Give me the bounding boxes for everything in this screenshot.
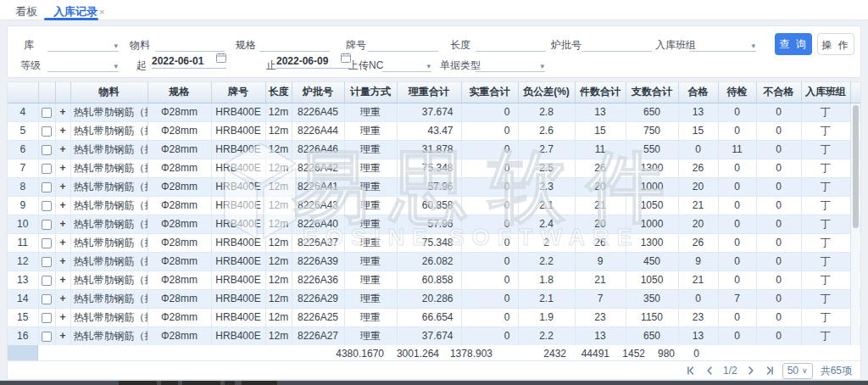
expand-row-icon[interactable]: + [59,311,65,323]
table-row[interactable]: 11+热轧带肋钢筋（抗震）Φ28mmHRB400E12m8226A37理重75.… [8,233,860,252]
row-checkbox[interactable] [42,164,52,174]
expand-row-icon[interactable]: + [59,162,65,174]
cell-batch: 8226A27 [292,326,344,345]
col-unqualified: 不合格 [756,82,801,103]
upload-nc-label: 上传NC [348,59,383,73]
expand-row-icon[interactable]: + [59,237,65,248]
next-page-icon[interactable] [745,365,756,376]
close-tab-icon[interactable]: × [99,7,104,17]
expand-row-icon[interactable]: + [59,274,65,286]
row-checkbox[interactable] [42,238,52,248]
tab-kanban[interactable]: 看板 [15,4,37,20]
cell-method: 理重 [344,177,397,196]
expand-row-icon[interactable]: + [59,218,65,230]
expand-row-icon[interactable]: + [59,143,65,155]
doc-type-select[interactable]: ▾ [476,55,545,72]
inbound-records-grid: 物料 规格 牌号 长度 炉批号 计量方式 理重合计 实重合计 负公差(%) 件数… [7,81,861,380]
cell-bars: 650 [626,326,678,345]
cell-cb [38,252,55,271]
inbound-team-select[interactable]: ▾ [690,35,756,52]
vertical-scrollbar[interactable] [850,103,860,345]
length-input[interactable] [476,35,546,52]
grade-select[interactable]: ▾ [47,55,119,72]
row-checkbox[interactable] [42,108,52,118]
table-row[interactable]: 5+热轧带肋钢筋（抗震）Φ28mmHRB400E12m8226A44理重43.4… [8,121,860,140]
upload-nc-select[interactable]: ▾ [382,55,431,72]
cell-material: 热轧带肋钢筋（抗震） [70,140,147,159]
batch-no-input[interactable] [581,35,652,52]
col-actual-weight: 实重合计 [461,82,518,103]
table-row[interactable]: 7+热轧带肋钢筋（抗震）Φ28mmHRB400E12m8226A42理重75.3… [8,159,860,177]
row-checkbox[interactable] [42,276,52,286]
cell-tol: 2 [518,233,575,252]
expand-row-icon[interactable]: + [59,293,65,304]
material-input[interactable] [155,35,225,52]
first-page-icon[interactable] [686,365,697,376]
row-checkbox[interactable] [42,294,52,304]
total-items-label: 共65项 [821,364,852,378]
expand-row-icon[interactable]: + [59,330,65,342]
table-row[interactable]: 10+热轧带肋钢筋（抗震）Φ28mmHRB400E12m8226A40理重57.… [8,215,860,233]
row-checkbox[interactable] [42,145,52,155]
row-checkbox[interactable] [42,182,52,192]
last-page-icon[interactable] [764,365,775,376]
table-row[interactable]: 14+热轧带肋钢筋（抗震）Φ28mmHRB400E12m8226A29理重20.… [8,289,860,308]
cell-pending: 7 [718,289,756,308]
brand-input[interactable] [368,35,438,52]
date-to-input[interactable]: 2022-06-09 [276,52,351,69]
action-button[interactable]: 操 作 [817,33,854,55]
cell-len: 12m [265,103,292,121]
table-row[interactable]: 16+热轧带肋钢筋（抗震）Φ28mmHRB400E12m8226A27理重37.… [8,326,860,345]
row-checkbox[interactable] [42,126,52,137]
cell-team: 丁 [801,289,850,308]
table-row[interactable]: 8+热轧带肋钢筋（抗震）Φ28mmHRB400E12m8226A41理重57.9… [8,177,860,196]
calendar-icon[interactable] [216,53,226,65]
cell-material: 热轧带肋钢筋（抗震） [70,177,147,196]
cell-tol: 2.8 [518,103,575,121]
cell-method: 理重 [344,103,397,121]
cell-bars: 1000 [626,215,678,233]
table-row[interactable]: 4+热轧带肋钢筋（抗震）Φ28mmHRB400E12m8226A45理重37.6… [8,103,860,121]
row-checkbox[interactable] [42,257,52,267]
cell-team: 丁 [801,233,850,252]
table-row[interactable]: 6+热轧带肋钢筋（抗震）Φ28mmHRB400E12m8226A46理重31.8… [8,140,860,159]
spec-input[interactable] [259,35,330,52]
expand-row-icon[interactable]: + [59,199,65,211]
scrollbar-thumb[interactable] [853,105,859,228]
table-row[interactable]: 9+热轧带肋钢筋（抗震）Φ28mmHRB400E12m8226A43理重60.8… [8,196,860,215]
prev-page-icon[interactable] [704,365,715,376]
cell-theo: 31.878 [397,140,461,159]
cell-method: 理重 [344,159,397,177]
expand-row-icon[interactable]: + [59,106,65,118]
warehouse-select[interactable]: ▾ [47,35,119,52]
col-length: 长度 [265,82,292,103]
table-row[interactable]: 13+热轧带肋钢筋（抗震）Φ28mmHRB400E12m8226A36理重60.… [8,271,860,289]
expand-row-icon[interactable]: + [59,125,65,137]
expand-row-icon[interactable]: + [59,255,65,267]
total-value: 1378.903 [450,348,492,360]
cell-bars: 1050 [626,196,678,215]
row-checkbox[interactable] [42,201,52,211]
date-from-label: 起 [136,59,147,73]
cell-no: 12 [8,252,38,271]
table-row[interactable]: 12+热轧带肋钢筋（抗震）Φ28mmHRB400E12m8226A39理重26.… [8,252,860,271]
active-tab-underline [44,18,98,20]
row-checkbox[interactable] [42,313,52,323]
cell-tol: 1.9 [518,308,575,326]
row-checkbox[interactable] [42,220,52,230]
cell-pieces: 26 [575,159,626,177]
cell-material: 热轧带肋钢筋（抗震） [70,326,147,345]
row-checkbox[interactable] [42,332,52,342]
cell-theo: 57.96 [397,215,461,233]
page-size-select[interactable]: 50∨ [782,363,813,379]
table-row[interactable]: 15+热轧带肋钢筋（抗震）Φ28mmHRB400E12m8226A25理重66.… [8,308,860,326]
table-body: 4+热轧带肋钢筋（抗震）Φ28mmHRB400E12m8226A45理重37.6… [8,103,860,345]
expand-row-icon[interactable]: + [59,181,65,192]
cell-pieces: 9 [575,252,626,271]
cell-cb [38,308,55,326]
cell-pieces: 11 [575,140,626,159]
date-from-input[interactable]: 2022-06-01 [152,52,226,69]
query-button[interactable]: 查 询 [775,33,812,55]
cell-theo: 43.47 [397,121,461,140]
cell-actual: 0 [461,252,518,271]
